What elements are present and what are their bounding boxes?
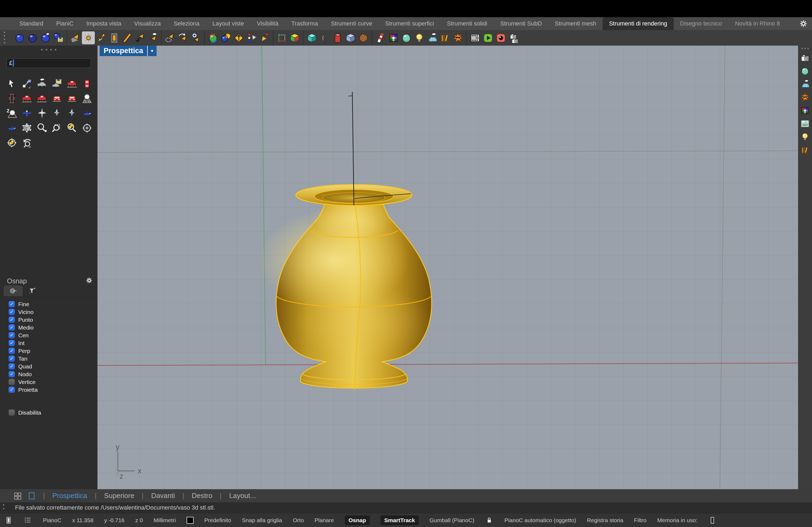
viewport-pane-icon[interactable] xyxy=(4,516,13,525)
tab-disegno-tecnico[interactable]: Disegno tecnico xyxy=(674,17,729,30)
sphere-view-icon[interactable] xyxy=(79,91,95,106)
tab-strumenti-mesh[interactable]: Strumenti mesh xyxy=(548,17,603,30)
osnap-row-proietta[interactable]: ✓Proietta xyxy=(9,386,98,394)
status-orto[interactable]: Orto xyxy=(293,517,304,524)
zoom-selected-icon[interactable] xyxy=(64,120,79,135)
checkbox-fine[interactable]: ✓ xyxy=(9,301,15,307)
checkbox-int[interactable]: ✓ xyxy=(9,340,15,346)
checkbox-medio[interactable]: ✓ xyxy=(9,325,15,331)
status-memoria-in-uso[interactable]: Memoria in uso: xyxy=(657,517,697,524)
move-light-icon[interactable] xyxy=(146,31,159,44)
car-top-icon[interactable] xyxy=(79,76,95,91)
checkbox-tan[interactable]: ✓ xyxy=(9,356,15,362)
toolbar-drag-handle[interactable] xyxy=(4,32,5,44)
checkbox-disabilita[interactable] xyxy=(9,409,15,416)
memory-icon[interactable] xyxy=(708,516,717,525)
save-render-icon[interactable] xyxy=(52,31,65,44)
checkbox-nodo[interactable]: ✓ xyxy=(9,371,15,377)
plane-side-icon[interactable] xyxy=(79,106,95,120)
status-z-0[interactable]: z 0 xyxy=(135,517,143,524)
checkbox-perp[interactable]: ✓ xyxy=(9,348,15,354)
rainbow-sphere-icon[interactable] xyxy=(206,31,219,44)
viewport-tab-superiore[interactable]: Superiore xyxy=(97,492,142,500)
layer-list-icon[interactable] xyxy=(24,516,32,525)
car-bottom-icon[interactable] xyxy=(4,91,19,106)
tab-trasforma[interactable]: Trasforma xyxy=(285,17,324,30)
metal-material-icon[interactable] xyxy=(344,31,357,44)
diamond-light-icon[interactable] xyxy=(232,31,245,44)
status-pianoc-automatico-oggetto[interactable]: PianoC automatico (oggetto) xyxy=(504,517,576,524)
tab-visibilit[interactable]: Visibilità xyxy=(250,17,285,30)
cage-control-points-icon[interactable] xyxy=(19,120,34,135)
history-scroll-handle[interactable] xyxy=(3,504,4,509)
status-toggle-osnap[interactable]: Osnap xyxy=(345,515,370,525)
status-y-0-716[interactable]: y -0.716 xyxy=(104,517,125,524)
status-gumball-pianoc[interactable]: Gumball (PianoC) xyxy=(429,517,474,524)
viewport-tab-prospettica[interactable]: Prospettica xyxy=(45,492,95,500)
gradient-egg-icon[interactable] xyxy=(800,66,810,76)
status-predefinito[interactable]: Predefinito xyxy=(204,517,231,524)
spotlight-icon[interactable] xyxy=(69,31,82,44)
osnap-row-disabilita[interactable]: Disabilita xyxy=(9,409,98,417)
osnap-points-tab[interactable] xyxy=(4,286,23,296)
linear-light-icon[interactable] xyxy=(120,31,133,44)
material-library-icon[interactable] xyxy=(800,145,810,155)
spotlight-section-icon[interactable] xyxy=(163,31,176,44)
render-preview-icon[interactable] xyxy=(26,31,39,44)
directional-light-icon[interactable] xyxy=(95,31,108,44)
pan-view-icon[interactable] xyxy=(34,76,49,91)
filmstrip-icon[interactable] xyxy=(468,31,481,44)
osnap-row-fine[interactable]: ✓Fine xyxy=(9,300,98,308)
plane-top-icon[interactable] xyxy=(19,106,34,120)
save-view-icon[interactable] xyxy=(49,76,64,91)
zoom-target-icon[interactable] xyxy=(79,120,95,135)
viewport-tab-destro[interactable]: Destro xyxy=(184,492,220,500)
color-palette-icon[interactable] xyxy=(800,105,810,116)
ground-plane-icon[interactable] xyxy=(800,79,810,90)
sphere-pair-icon[interactable] xyxy=(219,31,232,44)
light-bulb-icon[interactable] xyxy=(800,132,810,142)
gradient-egg-icon[interactable] xyxy=(400,31,413,44)
red-material-icon[interactable] xyxy=(331,31,344,44)
status-toggle-smarttrack[interactable]: SmartTrack xyxy=(380,515,419,525)
render-window-icon[interactable] xyxy=(39,31,52,44)
material-library-icon[interactable] xyxy=(438,31,451,44)
tab-strumenti-solidi[interactable]: Strumenti solidi xyxy=(440,17,494,30)
pin-spotlight-icon[interactable] xyxy=(258,31,271,44)
record-animation-icon[interactable] xyxy=(494,31,507,44)
play-animation-icon[interactable] xyxy=(481,31,494,44)
pin-lights-icon[interactable] xyxy=(245,31,258,44)
settings-gear-icon[interactable] xyxy=(799,19,808,28)
tab-novit-in-rhino-8[interactable]: Novità in Rhino 8 xyxy=(728,17,786,30)
tab-standard[interactable]: Standard xyxy=(13,17,50,30)
checkbox-vicino[interactable]: ✓ xyxy=(9,309,15,315)
status-pianoc[interactable]: PianoC xyxy=(43,517,61,524)
ghost-box-icon[interactable] xyxy=(275,31,288,44)
ground-plane-icon[interactable] xyxy=(425,31,438,44)
zoom-dynamic-icon[interactable] xyxy=(34,120,49,135)
camera-set-icon[interactable] xyxy=(507,31,520,44)
status-millimetri[interactable]: Millimetri xyxy=(154,517,176,524)
tab-strumenti-curve[interactable]: Strumenti curve xyxy=(324,17,379,30)
command-input[interactable]: £ xyxy=(6,58,91,68)
checkbox-cen[interactable]: ✓ xyxy=(9,332,15,338)
osnap-row-tan[interactable]: ✓Tan xyxy=(9,355,98,362)
rainbow-cube-icon[interactable] xyxy=(288,31,301,44)
sun-icon[interactable] xyxy=(451,31,464,44)
tab-strumenti-superfici[interactable]: Strumenti superfici xyxy=(379,17,440,30)
environment-image-icon[interactable] xyxy=(800,118,810,129)
selection-filter-tab[interactable] xyxy=(23,286,41,296)
panel-drag-handle[interactable] xyxy=(0,49,98,50)
car-back-icon[interactable] xyxy=(64,91,79,106)
viewport-title[interactable]: Prospettica xyxy=(100,46,148,56)
sun-icon[interactable] xyxy=(800,92,810,103)
single-pane-layout-icon[interactable] xyxy=(26,491,37,501)
osnap-row-vertice[interactable]: Vertice xyxy=(9,378,98,386)
select-cursor-icon[interactable] xyxy=(4,76,19,91)
status-snap-alla-griglia[interactable]: Snap alla griglia xyxy=(242,517,282,524)
four-pane-layout-icon[interactable] xyxy=(12,491,23,501)
viewport-tab-davanti[interactable]: Davanti xyxy=(144,492,182,500)
tab-pianic[interactable]: PianiC xyxy=(50,17,80,30)
osnap-row-medio[interactable]: ✓Medio xyxy=(9,323,98,331)
render-icon[interactable] xyxy=(13,31,26,44)
